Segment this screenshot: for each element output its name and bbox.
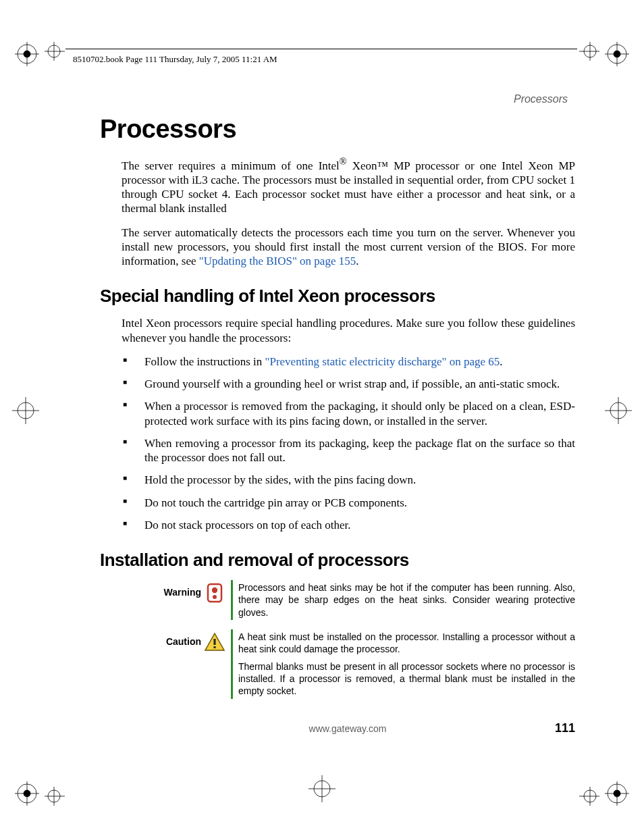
text: A heat sink must be installed on the pro… (238, 631, 575, 655)
text: . (500, 355, 502, 368)
warning-label: Warning (149, 580, 201, 620)
page-title: Processors (100, 115, 575, 144)
list-item: When removing a processor from its packa… (122, 436, 575, 465)
text: Follow the instructions in (144, 355, 265, 368)
svg-point-8 (614, 51, 620, 57)
content-area: Processors The server requires a minimum… (100, 115, 575, 708)
svg-point-6 (48, 45, 60, 57)
list-item: When a processor is removed from the pac… (122, 399, 575, 428)
svg-point-26 (48, 790, 60, 802)
crop-mark-bottom-right (575, 752, 629, 806)
list-item: Follow the instructions in "Preventing s… (122, 355, 575, 369)
crop-mark-mid-right (598, 397, 639, 424)
list-item: Ground yourself with a grounding heel or… (122, 377, 575, 391)
svg-point-31 (614, 790, 620, 797)
section-special-handling-title: Special handling of Intel Xeon processor… (100, 286, 575, 307)
section1-lead: Intel Xeon processors require special ha… (122, 316, 575, 345)
warning-callout: Warning Processors and heat sinks may be… (149, 580, 575, 620)
intro-paragraph-2: The server automatically detects the pro… (122, 226, 575, 269)
list-item: Do not stack processors on top of each o… (122, 518, 575, 532)
svg-point-16 (18, 402, 34, 419)
bullet-list: Follow the instructions in "Preventing s… (122, 355, 575, 532)
text: . (356, 255, 358, 267)
page-footer: www.gateway.com 111 (100, 721, 575, 735)
running-head: Processors (514, 93, 568, 105)
crop-mark-bottom-center (302, 772, 342, 806)
svg-rect-41 (213, 639, 215, 645)
xref-static-discharge[interactable]: "Preventing static electricity discharge… (265, 355, 500, 368)
svg-point-1 (24, 51, 30, 57)
crop-mark-mid-left (5, 397, 46, 424)
svg-point-7 (608, 45, 626, 63)
print-header-text: 8510702.book Page 111 Thursday, July 7, … (73, 54, 277, 65)
svg-point-19 (610, 402, 626, 419)
warning-text: Processors and heat sinks may be hot if … (238, 580, 575, 620)
crop-mark-bottom-left (15, 752, 69, 806)
callout-bar (231, 580, 233, 620)
svg-point-30 (608, 784, 626, 803)
svg-point-13 (584, 45, 596, 57)
svg-rect-42 (213, 646, 215, 648)
svg-point-0 (18, 45, 36, 63)
svg-point-29 (314, 781, 330, 797)
svg-point-36 (584, 790, 596, 802)
page-number: 111 (555, 721, 575, 735)
list-item: Do not touch the cartridge pin array or … (122, 496, 575, 510)
section-installation-title: Installation and removal of processors (100, 550, 575, 571)
svg-point-21 (24, 790, 30, 797)
svg-point-20 (18, 784, 36, 803)
text: Thermal blanks must be present in all pr… (238, 660, 575, 698)
text: The server requires a minimum of one Int… (122, 159, 340, 172)
print-header-rule (65, 49, 577, 49)
callout-bar (231, 629, 233, 699)
text: Processors and heat sinks may be hot if … (238, 581, 575, 619)
registered-symbol: ® (340, 156, 347, 167)
page: 8510702.book Page 111 Thursday, July 7, … (0, 0, 644, 834)
svg-point-39 (213, 595, 217, 599)
footer-url: www.gateway.com (309, 723, 387, 734)
crop-mark-top-right (575, 42, 629, 96)
svg-point-38 (212, 588, 217, 593)
crop-mark-top-left (15, 42, 69, 96)
caution-icon (201, 629, 228, 699)
xref-updating-bios[interactable]: "Updating the BIOS" on page 155 (199, 255, 356, 267)
list-item: Hold the processor by the sides, with th… (122, 473, 575, 487)
intro-paragraph-1: The server requires a minimum of one Int… (122, 156, 575, 216)
warning-icon (201, 580, 228, 620)
caution-callout: Caution A heat sink must be installed on… (149, 629, 575, 699)
caution-label: Caution (149, 629, 201, 699)
caution-text: A heat sink must be installed on the pro… (238, 629, 575, 699)
